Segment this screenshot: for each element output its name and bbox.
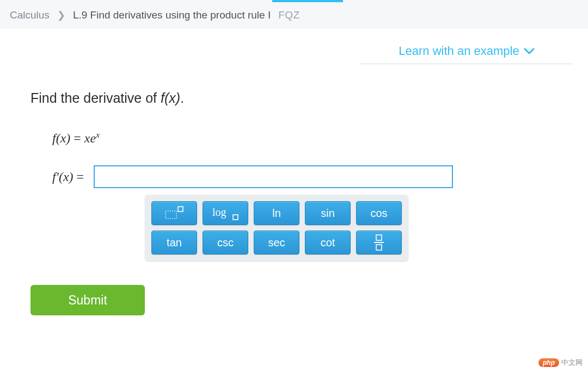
breadcrumb-lesson: L.9 Find derivatives using the product r… — [73, 9, 271, 21]
watermark: php 中文网 — [538, 358, 583, 368]
active-tab-marker — [272, 0, 343, 2]
equation-rhs-exp: x — [96, 130, 100, 139]
svg-rect-6 — [376, 245, 382, 250]
question-prompt: Find the derivative of f(x). — [30, 90, 558, 106]
chevron-right-icon: ❯ — [57, 9, 65, 21]
chevron-down-icon — [524, 44, 535, 58]
answer-lhs: f′(x) = — [52, 170, 84, 184]
prompt-prefix: Find the derivative of — [30, 90, 161, 105]
keypad-row-2: tan csc sec cot — [151, 231, 402, 254]
equation-rhs-base: xe — [84, 131, 96, 145]
math-keypad: log ln sin cos tan csc sec cot — [145, 195, 408, 261]
key-sec[interactable]: sec — [254, 231, 299, 254]
key-tan[interactable]: tan — [151, 231, 197, 254]
given-equation: f(x) = xex — [52, 130, 558, 146]
key-log[interactable]: log — [203, 201, 248, 225]
key-ln[interactable]: ln — [254, 201, 299, 225]
log-icon: log — [209, 205, 242, 221]
key-sin[interactable]: sin — [305, 201, 351, 225]
watermark-badge: php — [538, 358, 559, 367]
equation-lhs: f(x) — [52, 131, 70, 145]
key-csc[interactable]: csc — [203, 231, 248, 254]
svg-rect-0 — [166, 211, 176, 219]
key-exponent[interactable] — [151, 201, 197, 225]
key-cot[interactable]: cot — [305, 231, 351, 254]
prompt-suffix: . — [180, 90, 184, 105]
answer-input[interactable] — [94, 165, 453, 188]
learn-example-link[interactable]: Learn with an example — [360, 44, 573, 64]
keypad-row-1: log ln sin cos — [151, 201, 402, 225]
breadcrumb-subject[interactable]: Calculus — [10, 9, 50, 21]
prompt-fx: f(x) — [161, 90, 180, 105]
fraction-icon — [371, 233, 387, 252]
key-cos[interactable]: cos — [356, 201, 402, 225]
equation-eq: = — [70, 131, 84, 145]
learn-example-label: Learn with an example — [399, 44, 519, 58]
svg-rect-3 — [233, 215, 238, 220]
breadcrumb: Calculus ❯ L.9 Find derivatives using th… — [0, 0, 588, 29]
svg-rect-4 — [376, 235, 382, 240]
svg-rect-1 — [178, 207, 183, 212]
watermark-text: 中文网 — [561, 358, 583, 368]
svg-text:log: log — [212, 206, 226, 219]
exponent-icon — [163, 206, 185, 221]
key-fraction[interactable] — [356, 231, 402, 254]
submit-button[interactable]: Submit — [30, 285, 145, 315]
breadcrumb-code: FQZ — [278, 9, 300, 21]
